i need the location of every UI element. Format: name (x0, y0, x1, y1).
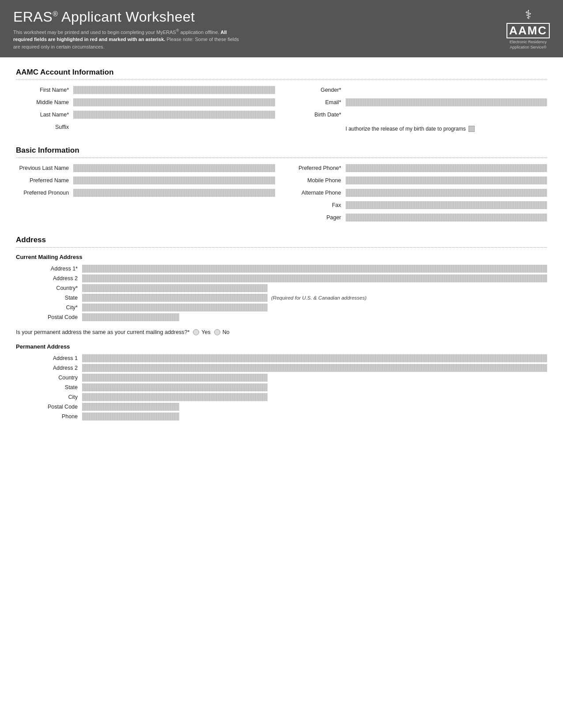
mobile-phone-field[interactable] (346, 176, 548, 184)
suffix-row: Suffix (16, 123, 275, 131)
perm-state-field[interactable] (82, 383, 268, 391)
aamc-wordmark: AAMC (506, 23, 550, 38)
perm-phone-field[interactable] (82, 413, 179, 420)
pager-label: Pager (288, 214, 346, 221)
basic-info-divider (16, 158, 547, 158)
logo-subtitle: Electronic ResidencyApplication Service® (510, 40, 547, 50)
fax-field[interactable] (346, 201, 548, 209)
perm-city-field[interactable] (82, 393, 268, 401)
prev-last-name-row: Previous Last Name (16, 164, 275, 172)
perm-postal-label: Postal Code (16, 404, 82, 410)
first-name-row: First Name* (16, 86, 275, 94)
postal-code-label: Postal Code (16, 314, 82, 320)
city-row: City* (16, 304, 547, 311)
address-divider (16, 247, 547, 248)
first-name-field[interactable] (73, 86, 275, 94)
mobile-phone-label: Mobile Phone (288, 177, 346, 184)
birth-date-label: Birth Date* (288, 112, 346, 118)
gender-row: Gender* (288, 86, 548, 94)
state-label: State (16, 295, 82, 301)
perm-phone-row: Phone (16, 413, 547, 420)
perm-address1-field[interactable] (82, 354, 547, 362)
state-note: (Required for U.S. & Canadian addresses) (271, 295, 367, 300)
perm-phone-label: Phone (16, 413, 82, 420)
preferred-pronoun-label: Preferred Pronoun (16, 190, 73, 196)
last-name-row: Last Name* (16, 111, 275, 119)
yes-option[interactable]: Yes (193, 329, 210, 335)
preferred-phone-row: Preferred Phone* (288, 164, 548, 172)
section-divider (16, 79, 547, 80)
middle-name-label: Middle Name (16, 99, 73, 105)
alternate-phone-field[interactable] (346, 189, 548, 197)
caduceus-icon: ⚕ (525, 9, 532, 21)
perm-state-row: State (16, 383, 547, 391)
address1-label: Address 1* (16, 266, 82, 272)
preferred-phone-field[interactable] (346, 164, 548, 172)
birth-auth-checkbox[interactable] (469, 126, 475, 132)
no-label: No (223, 329, 230, 335)
last-name-label: Last Name* (16, 112, 73, 118)
preferred-name-row: Preferred Name (16, 176, 275, 184)
basic-info-grid: Previous Last Name Preferred Name Prefer… (16, 164, 547, 223)
email-label: Email* (288, 99, 346, 105)
perm-address-question: Is your permanent address the same as yo… (16, 329, 547, 335)
no-radio[interactable] (214, 329, 220, 335)
perm-state-label: State (16, 384, 82, 390)
fax-label: Fax (288, 202, 346, 208)
preferred-phone-label: Preferred Phone* (288, 165, 346, 171)
birth-auth-row: I authorize the release of my birth date… (288, 123, 548, 132)
middle-name-row: Middle Name (16, 98, 275, 106)
postal-code-row: Postal Code (16, 313, 547, 321)
aamc-left-col: First Name* Middle Name Last Name* Suffi… (16, 86, 275, 134)
title-suffix: Applicant Worksheet (58, 9, 195, 25)
prev-last-name-label: Previous Last Name (16, 165, 73, 171)
city-field[interactable] (82, 304, 268, 311)
preferred-name-field[interactable] (73, 176, 275, 184)
no-option[interactable]: No (214, 329, 230, 335)
suffix-label: Suffix (16, 124, 73, 130)
mobile-phone-row: Mobile Phone (288, 176, 548, 184)
address-section: Address Current Mailing Address Address … (16, 236, 547, 420)
aamc-account-title: AAMC Account Information (16, 68, 547, 77)
basic-info-title: Basic Information (16, 146, 547, 155)
current-mailing-title: Current Mailing Address (16, 254, 547, 260)
permanent-address-title: Permanent Address (16, 343, 547, 350)
perm-country-row: Country (16, 374, 547, 382)
perm-country-field[interactable] (82, 374, 268, 382)
state-field[interactable] (82, 294, 268, 302)
preferred-pronoun-field[interactable] (73, 189, 275, 197)
basic-left-col: Previous Last Name Preferred Name Prefer… (16, 164, 275, 223)
perm-question-text: Is your permanent address the same as yo… (16, 329, 189, 335)
perm-address2-row: Address 2 (16, 364, 547, 372)
perm-city-row: City (16, 393, 547, 401)
state-row: State (Required for U.S. & Canadian addr… (16, 294, 547, 302)
middle-name-field[interactable] (73, 98, 275, 106)
preferred-name-label: Preferred Name (16, 177, 73, 184)
address2-field[interactable] (82, 274, 547, 282)
page-title: ERAS® Applicant Worksheet (13, 9, 243, 25)
desc-text-2: application offline. (179, 30, 220, 35)
perm-address2-field[interactable] (82, 364, 547, 372)
perm-postal-field[interactable] (82, 403, 179, 411)
current-mailing-address: Current Mailing Address Address 1* Addre… (16, 254, 547, 321)
country-field[interactable] (82, 284, 268, 292)
email-field[interactable] (346, 98, 548, 106)
address2-row: Address 2 (16, 274, 547, 282)
title-sup: ® (53, 10, 58, 18)
postal-code-field[interactable] (82, 313, 179, 321)
prev-last-name-field[interactable] (73, 164, 275, 172)
gender-label: Gender* (288, 87, 346, 93)
email-row: Email* (288, 98, 548, 106)
perm-address2-label: Address 2 (16, 365, 82, 371)
desc-text-1: This worksheet may be printed and used t… (13, 30, 176, 35)
pager-field[interactable] (346, 214, 548, 221)
aamc-account-grid: First Name* Middle Name Last Name* Suffi… (16, 86, 547, 134)
last-name-field[interactable] (73, 111, 275, 119)
birth-auth-checkbox-area: I authorize the release of my birth date… (346, 126, 475, 132)
yes-radio[interactable] (193, 329, 199, 335)
header: ERAS® Applicant Worksheet This worksheet… (0, 0, 563, 57)
address1-field[interactable] (82, 265, 547, 273)
birth-auth-text: I authorize the release of my birth date… (346, 126, 466, 132)
first-name-label: First Name* (16, 87, 73, 93)
aamc-account-section: AAMC Account Information First Name* Mid… (16, 68, 547, 134)
